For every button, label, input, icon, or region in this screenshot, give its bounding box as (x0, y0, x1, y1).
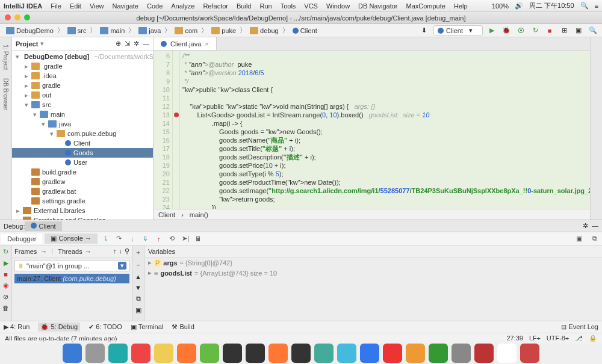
spotlight-icon[interactable]: 🔍 (580, 2, 589, 10)
dock-app[interactable] (474, 344, 494, 363)
tree-node[interactable]: ▸External Libraries (12, 206, 153, 215)
pin-icon[interactable]: ⧉ (589, 233, 601, 244)
tree-node[interactable]: ▾com.puke.debug (12, 129, 153, 138)
run-to-cursor-icon[interactable]: ➤| (179, 233, 191, 244)
crumb-puke[interactable]: puke (209, 26, 238, 35)
vcs-update-icon[interactable]: ⊞ (559, 25, 569, 36)
dock-app[interactable] (246, 344, 265, 363)
view-bp-icon[interactable]: ◉ (3, 282, 9, 289)
structure-tool-tab[interactable]: DB Browser (1, 76, 10, 113)
dock-app[interactable] (406, 344, 425, 363)
debug-tool-tab[interactable]: 🐞 5: Debug (38, 322, 80, 332)
menu-maxcompute[interactable]: MaxCompute (406, 2, 445, 10)
dock-app[interactable] (314, 344, 334, 363)
dock-app[interactable] (268, 344, 288, 363)
add-watch-icon[interactable]: ＋ (135, 248, 141, 257)
menu-edit[interactable]: Edit (70, 2, 81, 10)
run-tool-tab[interactable]: ▶ 4: Run (4, 323, 29, 331)
step-over-icon[interactable]: ⤹ (100, 233, 112, 244)
mute-bp-icon[interactable]: ⊘ (3, 293, 8, 301)
evaluate-icon[interactable]: 🖩 (193, 233, 205, 244)
gc-icon[interactable]: 🗑 (2, 304, 9, 312)
tree-node[interactable]: Goods (12, 148, 153, 158)
tree-node[interactable]: User (12, 158, 153, 167)
tree-node[interactable]: ▾main (12, 110, 153, 119)
build-tool-tab[interactable]: ⚒ Build (172, 323, 194, 331)
tree-node[interactable]: gradlew.bat (12, 187, 153, 196)
menu-file[interactable]: File (51, 2, 61, 10)
show-watches-icon[interactable]: ▣ (135, 306, 141, 314)
eventlog-tab[interactable]: ⊟ Event Log (561, 323, 598, 331)
menu-help[interactable]: Help (454, 2, 468, 10)
thread-selector[interactable]: ⏸"main"@1 in group ...▾ (14, 260, 129, 271)
menu-vcs[interactable]: VCS (304, 2, 318, 10)
resume-icon[interactable]: ▶ (4, 259, 8, 267)
bc-class[interactable]: Client (158, 211, 175, 218)
dock-app[interactable] (108, 344, 128, 363)
tree-node[interactable]: ▾java (12, 119, 153, 129)
dock-app[interactable] (520, 344, 539, 363)
tree-node[interactable]: ▸.gradle (12, 61, 153, 71)
search-everywhere-icon[interactable]: 🔍 (588, 25, 598, 36)
settings-gear-icon[interactable]: ✲ (134, 40, 139, 48)
down-icon[interactable]: ▼ (135, 284, 141, 291)
todo-tool-tab[interactable]: ✔ 6: TODO (88, 323, 122, 331)
tree-node[interactable]: ▸.idea (12, 71, 153, 81)
var-args[interactable]: ▸Pargs = {String[0]@742} (144, 258, 602, 268)
filter-icon[interactable]: ⚲ (125, 247, 129, 255)
copy-icon[interactable]: ⧉ (136, 295, 141, 303)
macos-dock[interactable] (0, 340, 602, 364)
crumb-com[interactable]: com (172, 26, 200, 35)
dock-app[interactable] (452, 344, 471, 363)
dock-app[interactable] (85, 344, 105, 363)
tree-node[interactable]: ▸Scratches and Consoles (12, 215, 153, 220)
profile-button[interactable]: ↻ (530, 25, 541, 36)
tab-client-java[interactable]: Client.java× (154, 37, 217, 50)
crumb-src[interactable]: src (65, 26, 89, 35)
menu-code[interactable]: Code (147, 2, 163, 10)
rerun-icon[interactable]: ↻ (3, 248, 8, 256)
minimize-window-button[interactable] (14, 14, 20, 20)
tree-node[interactable]: settings.gradle (12, 196, 153, 206)
wifi-icon[interactable]: 🔊 (515, 2, 523, 10)
crumb-main[interactable]: main (98, 26, 127, 35)
next-frame-icon[interactable]: ↓ (119, 247, 123, 255)
menu-view[interactable]: View (90, 2, 104, 10)
tree-node[interactable]: ▾src (12, 100, 153, 110)
dock-app[interactable] (497, 344, 517, 363)
collapse-icon[interactable]: ⇲ (125, 40, 130, 48)
siri-icon[interactable]: ≡ (595, 2, 598, 10)
code-editor[interactable]: 6789101112131415161718192021222324252627… (154, 51, 590, 209)
crumb-debug[interactable]: debug (247, 26, 281, 35)
up-icon[interactable]: ▲ (135, 273, 141, 280)
zoom-window-button[interactable] (24, 14, 30, 20)
terminal-tool-tab[interactable]: ▣ Terminal (131, 323, 163, 331)
stop-button[interactable]: ■ (544, 25, 555, 36)
dock-app[interactable] (131, 344, 150, 363)
var-goodslist[interactable]: ▸≡goodsList = {ArrayList@743} size = 10 (144, 268, 602, 278)
close-tab-icon[interactable]: × (205, 40, 208, 48)
menu-tools[interactable]: Tools (281, 2, 296, 10)
menu-window[interactable]: Window (326, 2, 350, 10)
dock-app[interactable] (383, 344, 402, 363)
debugger-tab[interactable]: Debugger (1, 234, 42, 244)
coverage-button[interactable]: ⦿ (515, 25, 526, 36)
run-config-select[interactable]: Client▾ (433, 25, 483, 35)
dock-app[interactable] (223, 344, 242, 363)
crumb-java[interactable]: java (136, 26, 163, 35)
window-titlebar[interactable]: debug [~/Documents/workSpace/Idea/DebugD… (0, 12, 602, 24)
force-step-into-icon[interactable]: ⇓ (140, 233, 152, 244)
project-tree[interactable]: ▾DebugDemo [debug]~/Documents/workSpace/… (12, 51, 153, 220)
minimize-icon[interactable]: — (592, 222, 598, 230)
menu-navigate[interactable]: Navigate (113, 2, 138, 10)
menu-analyze[interactable]: Analyze (171, 2, 194, 10)
step-over-icon2[interactable]: ↷ (113, 233, 125, 244)
build-icon[interactable]: ⬇︎ (419, 25, 430, 36)
dock-app[interactable] (429, 344, 448, 363)
gear-icon[interactable]: ✲ (583, 222, 588, 230)
menu-dbnav[interactable]: DB Navigator (358, 2, 397, 10)
stack-frame[interactable]: main:27, Client (com.puke.debug) (14, 274, 129, 283)
dock-app[interactable] (154, 344, 173, 363)
dock-app[interactable] (291, 344, 311, 363)
run-button[interactable]: ▶ (486, 25, 497, 36)
